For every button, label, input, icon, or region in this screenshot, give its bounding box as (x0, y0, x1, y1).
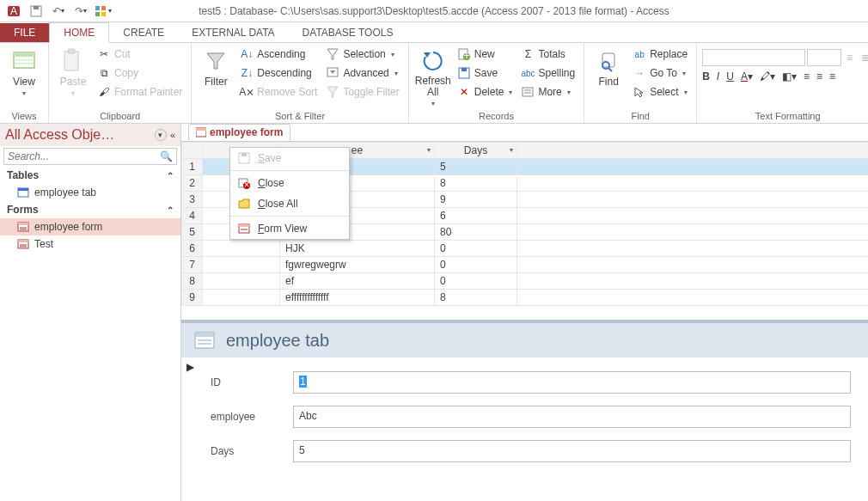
replace-button[interactable]: abReplace (629, 45, 691, 64)
redo-icon[interactable]: ↷▾ (70, 2, 91, 21)
cell-employee[interactable]: fgwregwegrw (280, 257, 435, 273)
row-header[interactable]: 7 (182, 257, 203, 273)
tab-create[interactable]: CREATE (109, 23, 178, 42)
cell-days[interactable]: 8 (435, 290, 517, 306)
new-record-button[interactable]: +New (454, 45, 517, 64)
totals-button[interactable]: ΣTotals (517, 45, 578, 64)
filter-button[interactable]: Filter (197, 45, 235, 91)
cell-days[interactable]: 0 (435, 241, 517, 257)
paste-button[interactable]: Paste ▾ (54, 45, 92, 101)
menu-item-close[interactable]: ×Close (230, 173, 349, 193)
table-row[interactable]: 8ef0 (182, 273, 869, 290)
copy-button[interactable]: ⧉Copy (94, 64, 186, 82)
cell-days[interactable]: 9 (435, 192, 517, 208)
qat-customize-icon[interactable]: ▾ (93, 2, 113, 21)
row-header[interactable]: 9 (182, 290, 203, 306)
ascending-button[interactable]: A↓Ascending (236, 45, 321, 64)
row-header[interactable]: 3 (182, 192, 203, 208)
tab-database-tools[interactable]: DATABASE TOOLS (289, 23, 407, 42)
cell-employee[interactable]: effffffffffffff (280, 290, 435, 306)
document-tab-employee-form[interactable]: employee form (188, 124, 290, 140)
cell-days[interactable]: 8 (435, 175, 517, 192)
select-button[interactable]: Select (629, 82, 691, 101)
table-row[interactable]: 9effffffffffffff8 (182, 290, 869, 306)
font-size-combo[interactable] (807, 49, 841, 66)
nav-item-employee-tab[interactable]: employee tab (0, 184, 180, 201)
cell-blank[interactable] (203, 241, 280, 257)
save-qat-icon[interactable] (26, 2, 46, 21)
font-color-button[interactable]: A▾ (741, 70, 753, 82)
cell-days[interactable]: 6 (435, 208, 517, 224)
row-header[interactable]: 4 (182, 208, 203, 224)
table-row[interactable]: 7fgwregwegrw0 (182, 257, 869, 273)
goto-icon: → (633, 66, 646, 80)
toggle-filter-button[interactable]: Toggle Filter (322, 82, 402, 101)
row-header[interactable]: 2 (182, 175, 203, 192)
nav-pane-title[interactable]: All Access Obje… (5, 127, 114, 143)
align-right-button[interactable]: ≡ (829, 70, 835, 82)
save-record-button[interactable]: Save (454, 64, 517, 82)
row-header[interactable]: 1 (182, 159, 203, 175)
italic-button[interactable]: I (717, 70, 719, 82)
field-id[interactable]: 1 (293, 371, 851, 394)
record-selector-icon[interactable]: ▶ (186, 361, 194, 373)
underline-button[interactable]: U (726, 70, 734, 82)
selection-button[interactable]: Selection (322, 45, 402, 64)
view-button[interactable]: View ▾ (5, 45, 43, 101)
menu-item-save[interactable]: Save (230, 148, 349, 168)
menu-item-close-all[interactable]: Close All (230, 193, 349, 214)
column-header-days[interactable]: Days▾ (435, 143, 517, 159)
search-icon[interactable]: 🔍 (156, 150, 176, 162)
nav-item-employee-form[interactable]: employee form (0, 218, 180, 235)
table-row[interactable]: 6HJK0 (182, 241, 869, 257)
cell-blank[interactable] (203, 257, 280, 273)
nav-item-test[interactable]: Test (0, 235, 180, 253)
undo-icon[interactable]: ↶▾ (48, 2, 69, 21)
delete-record-button[interactable]: ✕Delete (454, 82, 517, 101)
find-button[interactable]: Find (590, 45, 627, 91)
align-center-button[interactable]: ≡ (816, 70, 822, 82)
nav-category-forms[interactable]: Forms⌃ (0, 201, 180, 218)
refresh-all-button[interactable]: Refresh All ▾ (414, 45, 452, 111)
row-header[interactable]: 6 (182, 241, 203, 257)
row-selector-header[interactable] (182, 143, 203, 159)
spelling-button[interactable]: abcSpelling (517, 64, 578, 82)
nav-collapse-icon[interactable]: « (170, 130, 175, 140)
remove-sort-button[interactable]: A⨯Remove Sort (236, 82, 321, 101)
chevron-down-icon[interactable]: ▾ (510, 146, 513, 154)
nav-search[interactable]: 🔍 (3, 148, 177, 165)
font-name-combo[interactable] (702, 49, 805, 66)
bullets-icon[interactable]: ≡ (843, 48, 856, 67)
cell-blank[interactable] (203, 290, 280, 306)
tab-home[interactable]: HOME (49, 22, 109, 43)
more-button[interactable]: More (517, 82, 578, 101)
bold-button[interactable]: B (702, 70, 710, 82)
tab-file[interactable]: FILE (0, 23, 49, 42)
field-days[interactable]: 5 (293, 440, 851, 462)
nav-category-tables[interactable]: Tables⌃ (0, 167, 180, 184)
row-header[interactable]: 5 (182, 224, 203, 241)
advanced-button[interactable]: Advanced (322, 64, 402, 82)
descending-button[interactable]: Z↓Descending (236, 64, 321, 82)
tab-external-data[interactable]: EXTERNAL DATA (178, 23, 288, 42)
cell-blank[interactable] (203, 273, 280, 290)
goto-button[interactable]: →Go To (629, 64, 691, 82)
format-painter-button[interactable]: 🖌Format Painter (94, 82, 186, 101)
cut-button[interactable]: ✂Cut (94, 45, 186, 64)
nav-dropdown-icon[interactable]: ▾ (155, 129, 167, 141)
chevron-down-icon[interactable]: ▾ (427, 146, 431, 154)
menu-item-form-view[interactable]: Form View (230, 218, 349, 239)
cell-employee[interactable]: HJK (280, 241, 435, 257)
align-left-button[interactable]: ≡ (804, 70, 810, 82)
numbering-icon[interactable]: ≣ (858, 48, 868, 67)
highlight-button[interactable]: 🖍▾ (760, 70, 775, 82)
row-header[interactable]: 8 (182, 273, 203, 290)
fill-color-button[interactable]: ◧▾ (782, 70, 797, 82)
cell-employee[interactable]: ef (280, 273, 435, 290)
cell-days[interactable]: 5 (435, 159, 517, 175)
cell-days[interactable]: 0 (435, 257, 517, 273)
field-employee[interactable]: Abc (293, 406, 851, 428)
cell-days[interactable]: 0 (435, 273, 517, 290)
search-input[interactable] (4, 149, 156, 164)
cell-days[interactable]: 80 (435, 224, 517, 241)
